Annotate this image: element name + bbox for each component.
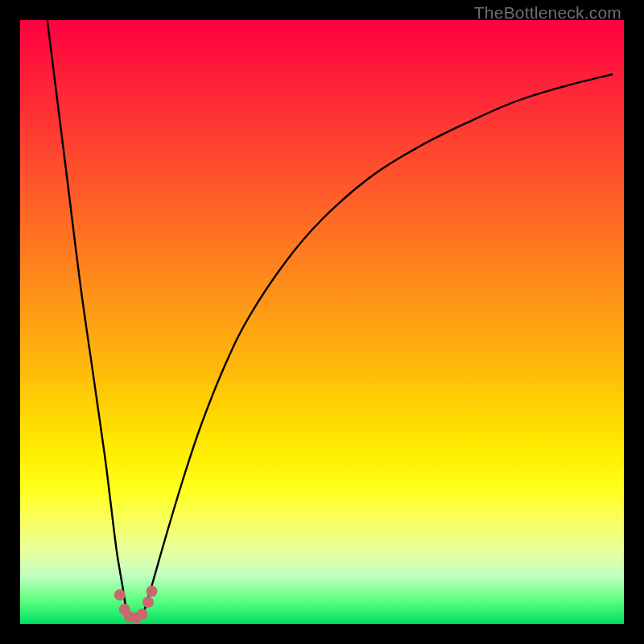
marker-point-4: [137, 609, 148, 620]
curve-group: [47, 20, 612, 612]
marker-point-0: [114, 589, 126, 601]
curve-right-branch: [144, 75, 612, 613]
chart-frame: TheBottleneck.com: [0, 0, 644, 644]
curve-left-branch: [47, 20, 126, 612]
marker-point-5: [142, 597, 154, 608]
plot-area: [20, 20, 624, 624]
marker-group: [114, 586, 158, 624]
marker-point-6: [147, 586, 158, 597]
curves-svg: [20, 20, 624, 624]
attribution-watermark: TheBottleneck.com: [474, 3, 621, 23]
